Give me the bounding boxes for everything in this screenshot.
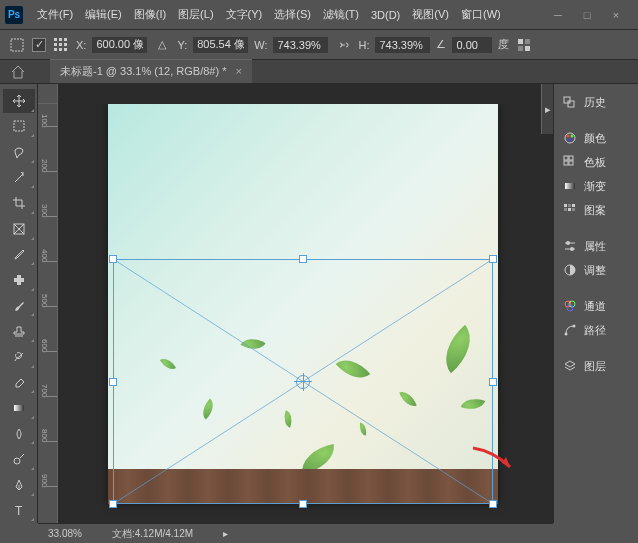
svg-rect-14 (14, 121, 24, 131)
panel-label: 渐变 (584, 179, 606, 194)
menu-view[interactable]: 视图(V) (406, 7, 455, 22)
ruler-vertical[interactable]: 100200300400500600700800900 (38, 104, 58, 523)
transform-handle-s[interactable] (299, 500, 307, 508)
layers-icon (562, 358, 578, 374)
svg-text:T: T (15, 504, 23, 517)
move-tool[interactable] (3, 89, 35, 113)
menu-layer[interactable]: 图层(L) (172, 7, 219, 22)
transform-handle-n[interactable] (299, 255, 307, 263)
delta-icon[interactable]: △ (153, 36, 171, 54)
panel-label: 属性 (584, 239, 606, 254)
dodge-tool[interactable] (3, 447, 35, 471)
lasso-tool[interactable] (3, 140, 35, 164)
blur-tool[interactable] (3, 422, 35, 446)
svg-rect-33 (569, 156, 573, 160)
panel-pattern[interactable]: 图案 (554, 198, 638, 222)
status-chevron-icon[interactable]: ▸ (223, 528, 228, 539)
panel-properties[interactable]: 属性 (554, 234, 638, 258)
link-icon[interactable] (334, 36, 352, 54)
minimize-button[interactable]: ─ (551, 8, 565, 22)
tab-close-icon[interactable]: × (236, 65, 242, 77)
x-input[interactable] (92, 37, 147, 53)
menu-type[interactable]: 文字(Y) (220, 7, 269, 22)
transform-handle-w[interactable] (109, 378, 117, 386)
history-brush-tool[interactable] (3, 345, 35, 369)
w-input[interactable] (273, 37, 328, 53)
transform-handle-ne[interactable] (489, 255, 497, 263)
marquee-tool[interactable] (3, 115, 35, 139)
transform-handle-se[interactable] (489, 500, 497, 508)
panel-channels[interactable]: 通道 (554, 294, 638, 318)
brush-tool[interactable] (3, 294, 35, 318)
svg-rect-26 (564, 97, 570, 103)
y-label: Y: (177, 39, 187, 51)
svg-point-31 (569, 139, 572, 142)
panel-layers[interactable]: 图层 (554, 354, 638, 378)
interpolation-icon[interactable] (515, 36, 533, 54)
reference-point-icon[interactable] (52, 36, 70, 54)
gradient-tool[interactable] (3, 396, 35, 420)
transform-icon[interactable] (8, 36, 26, 54)
menu-file[interactable]: 文件(F) (31, 7, 79, 22)
panel-label: 调整 (584, 263, 606, 278)
angle-label: ∠ (436, 38, 446, 51)
toolbox: T (0, 84, 38, 523)
canvas-viewport[interactable] (58, 104, 553, 523)
transform-center[interactable] (296, 375, 310, 389)
menu-3d[interactable]: 3D(D) (365, 9, 406, 21)
svg-rect-39 (572, 204, 575, 207)
transform-handle-nw[interactable] (109, 255, 117, 263)
transform-bounding-box[interactable] (113, 259, 493, 504)
menu-edit[interactable]: 编辑(E) (79, 7, 128, 22)
angle-input[interactable] (452, 37, 492, 53)
h-input[interactable] (375, 37, 430, 53)
panel-paths[interactable]: 路径 (554, 318, 638, 342)
svg-rect-8 (59, 48, 62, 51)
transform-handle-e[interactable] (489, 378, 497, 386)
history-icon (562, 94, 578, 110)
panel-swatches[interactable]: 色板 (554, 150, 638, 174)
panel-history[interactable]: 历史 (554, 90, 638, 114)
frame-tool[interactable] (3, 217, 35, 241)
svg-rect-10 (518, 39, 523, 44)
panel-label: 路径 (584, 323, 606, 338)
maximize-button[interactable]: □ (580, 8, 594, 22)
ruler-corner[interactable] (38, 84, 58, 104)
crop-tool[interactable] (3, 191, 35, 215)
doc-size[interactable]: 文档:4.12M/4.12M (112, 527, 193, 541)
menu-filter[interactable]: 滤镜(T) (317, 7, 365, 22)
wand-tool[interactable] (3, 166, 35, 190)
panel-color[interactable]: 颜色 (554, 126, 638, 150)
svg-rect-5 (59, 43, 62, 46)
zoom-level[interactable]: 33.08% (48, 528, 82, 539)
home-icon[interactable] (10, 64, 26, 80)
x-label: X: (76, 39, 86, 51)
type-tool[interactable]: T (3, 499, 35, 523)
tab-bar: 未标题-1 @ 33.1% (12, RGB/8#) * × (0, 60, 638, 84)
menu-window[interactable]: 窗口(W) (455, 7, 507, 22)
stamp-tool[interactable] (3, 319, 35, 343)
document-tab[interactable]: 未标题-1 @ 33.1% (12, RGB/8#) * × (50, 59, 252, 83)
menu-image[interactable]: 图像(I) (128, 7, 172, 22)
svg-rect-27 (568, 101, 574, 107)
svg-rect-2 (59, 38, 62, 41)
panel-gradient[interactable]: 渐变 (554, 174, 638, 198)
reference-checkbox[interactable]: ✓ (32, 38, 46, 52)
panel-adjustments[interactable]: 调整 (554, 258, 638, 282)
pen-tool[interactable] (3, 473, 35, 497)
svg-rect-40 (564, 208, 567, 211)
panel-collapse-toggle[interactable]: ▸ (541, 84, 553, 134)
transform-handle-sw[interactable] (109, 500, 117, 508)
svg-rect-11 (525, 39, 530, 44)
y-input[interactable] (193, 37, 248, 53)
eyedropper-tool[interactable] (3, 243, 35, 267)
color-icon (562, 130, 578, 146)
menu-select[interactable]: 选择(S) (268, 7, 317, 22)
svg-rect-7 (54, 48, 57, 51)
eraser-tool[interactable] (3, 371, 35, 395)
close-button[interactable]: × (609, 8, 623, 22)
svg-rect-38 (568, 204, 571, 207)
heal-tool[interactable] (3, 268, 35, 292)
panel-label: 图层 (584, 359, 606, 374)
svg-point-30 (571, 135, 574, 138)
